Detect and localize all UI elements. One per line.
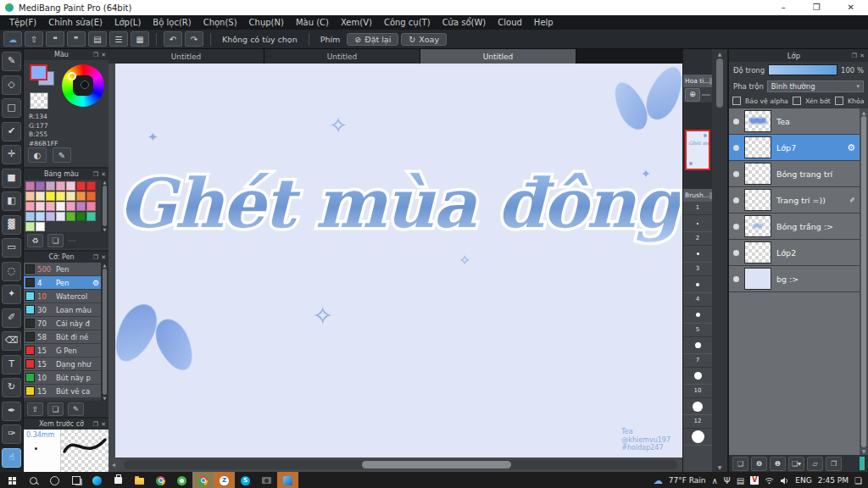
layer-row[interactable]: Trang trí =)) ✐ bbox=[729, 187, 860, 214]
comment-icon[interactable]: ❝ bbox=[46, 31, 64, 47]
layers-scrollbar[interactable]: ▲▼ bbox=[860, 108, 868, 455]
palette-color[interactable] bbox=[36, 222, 45, 231]
layer-visibility-icon[interactable] bbox=[733, 171, 739, 177]
palette-color[interactable] bbox=[76, 181, 86, 191]
brush-size-item[interactable]: 7 bbox=[683, 354, 712, 385]
restore-button[interactable]: ❐ bbox=[813, 1, 821, 14]
scrollbar-thumb[interactable] bbox=[716, 58, 723, 108]
brush-item[interactable]: 15 G Pen bbox=[24, 344, 101, 358]
scrollbar-thumb[interactable] bbox=[362, 461, 511, 469]
clock[interactable]: 2:45 PM bbox=[818, 476, 849, 485]
shape-tool[interactable]: ■ bbox=[2, 169, 21, 188]
language-indicator[interactable]: ENG bbox=[795, 476, 811, 485]
sv-marker[interactable] bbox=[81, 80, 89, 89]
palette-color[interactable] bbox=[25, 181, 35, 191]
menu-item[interactable]: Xem(V) bbox=[335, 18, 378, 27]
taskbar-search-icon[interactable] bbox=[23, 472, 44, 488]
palette-color[interactable] bbox=[66, 212, 75, 221]
document-tab[interactable]: Untitled bbox=[264, 49, 420, 64]
menu-item[interactable]: Cửa sổ(W) bbox=[437, 18, 492, 27]
taskbar-cortana-icon[interactable] bbox=[44, 472, 65, 488]
taskbar-photos-icon[interactable] bbox=[277, 472, 298, 488]
palette-color[interactable] bbox=[36, 202, 45, 211]
panel-list-icon[interactable]: ☰ bbox=[109, 31, 128, 47]
close-icon[interactable]: ✕ bbox=[101, 254, 106, 261]
brush-item[interactable]: 15 Dạng như bbox=[24, 358, 101, 371]
layer-row[interactable]: Lớp2 bbox=[729, 240, 860, 266]
wifi-icon[interactable] bbox=[765, 477, 774, 485]
transform-tool[interactable]: ↻ bbox=[2, 378, 21, 397]
scrollbar-thumb[interactable] bbox=[861, 116, 866, 447]
palette-color[interactable] bbox=[56, 202, 65, 211]
brush-item[interactable]: 500 Pen bbox=[24, 263, 101, 276]
document-icon[interactable]: ▤ bbox=[88, 31, 107, 47]
edit-brush-icon[interactable]: ✎ bbox=[68, 402, 84, 416]
notification-center-icon[interactable]: ❏ bbox=[854, 476, 862, 485]
palette-mode-icon[interactable]: ◐ bbox=[28, 147, 47, 163]
palette-color[interactable] bbox=[86, 212, 96, 221]
brush-size-item[interactable]: 4 bbox=[683, 293, 712, 324]
brush-item[interactable]: 30 Loan màu bbox=[24, 303, 101, 317]
scroll-left-arrow[interactable]: ◂ bbox=[112, 460, 115, 469]
taskbar-chrome-icon[interactable] bbox=[150, 472, 171, 488]
keyboard-icon[interactable]: ▤ bbox=[737, 476, 744, 485]
popout-icon[interactable]: ❐ bbox=[852, 53, 857, 59]
tray-expand-icon[interactable]: ∧ bbox=[712, 476, 718, 485]
speaker-icon[interactable] bbox=[780, 477, 789, 485]
taskbar-chrome-active-icon[interactable] bbox=[192, 472, 214, 488]
layer-row[interactable]: Bóng trang trí bbox=[729, 161, 860, 187]
transparent-swatch[interactable] bbox=[30, 92, 48, 109]
palette-color[interactable] bbox=[46, 212, 55, 221]
lasso-tool[interactable]: ◌ bbox=[2, 262, 21, 281]
eraser-tool[interactable]: ◇ bbox=[2, 75, 21, 95]
color-wheel[interactable] bbox=[62, 64, 104, 107]
hue-marker[interactable] bbox=[68, 72, 76, 80]
curve-tool[interactable]: ✔ bbox=[2, 122, 21, 141]
weather-text[interactable]: 77°F Rain bbox=[669, 476, 706, 485]
pen-tool[interactable]: ✒ bbox=[2, 402, 21, 421]
reset-button[interactable]: ⊘ Đặt lại bbox=[347, 33, 398, 46]
new-brush-icon[interactable]: ❏ bbox=[47, 402, 64, 416]
taskbar-zalo-icon[interactable]: Z bbox=[214, 472, 235, 488]
brush-item[interactable]: 58 Bút đi né bbox=[24, 330, 101, 344]
redo-button[interactable]: ↷ bbox=[185, 31, 203, 47]
rotate-button[interactable]: ↻ Xoay bbox=[401, 33, 447, 46]
palette-color[interactable] bbox=[25, 222, 35, 231]
layer-row[interactable]: Bóng trắng :> bbox=[729, 214, 860, 240]
delete-color-icon[interactable]: ♻ bbox=[27, 234, 43, 247]
checkbox[interactable] bbox=[793, 97, 801, 105]
popout-icon[interactable]: ❐ bbox=[93, 52, 98, 58]
palette-color[interactable] bbox=[86, 191, 96, 201]
palette-color[interactable] bbox=[76, 191, 86, 201]
palette-color[interactable] bbox=[36, 212, 45, 221]
palette-color[interactable] bbox=[36, 181, 45, 191]
menu-item[interactable]: Màu (C) bbox=[290, 18, 335, 27]
taskbar-edge-icon[interactable] bbox=[86, 472, 108, 488]
brush-tool[interactable]: ✎ bbox=[2, 52, 21, 71]
select-pen-tool[interactable]: ✐ bbox=[2, 308, 21, 328]
brush-item[interactable]: 10 Watercol bbox=[24, 290, 101, 303]
palette-color[interactable] bbox=[56, 212, 65, 221]
brush-scrollbar[interactable]: ▲▼ bbox=[101, 263, 108, 401]
brush-size-item[interactable]: 2 bbox=[683, 232, 712, 263]
brush-sizes-panel-header[interactable]: Brush... bbox=[683, 189, 712, 202]
brush-item[interactable]: 4 Pen ⚙ bbox=[24, 276, 101, 290]
gradient-tool[interactable]: ▓ bbox=[2, 215, 21, 235]
move-tool[interactable]: ✛ bbox=[2, 145, 21, 164]
comment-lines-icon[interactable]: ❞ bbox=[67, 31, 86, 47]
checkbox[interactable] bbox=[732, 97, 741, 105]
menu-item[interactable]: Chụp(N) bbox=[243, 18, 290, 27]
palette-color[interactable] bbox=[25, 202, 35, 211]
text-tool[interactable]: T bbox=[2, 355, 21, 374]
palette-color[interactable] bbox=[36, 191, 45, 201]
materials-panel-header[interactable]: Hoa ti... bbox=[683, 75, 712, 87]
magic-wand-tool[interactable]: ✦ bbox=[2, 285, 21, 304]
bucket-tool[interactable]: ◧ bbox=[2, 191, 21, 211]
undo-button[interactable]: ↶ bbox=[164, 31, 182, 47]
canvas-vertical-scrollbar[interactable]: ▲ ▼ bbox=[712, 49, 727, 472]
taskbar-taskview-icon[interactable] bbox=[65, 472, 86, 488]
duplicate-layer-icon[interactable]: ❐ bbox=[826, 457, 842, 471]
document-tab[interactable]: Untitled bbox=[420, 49, 576, 64]
brush-item[interactable]: 70 Cái này đ bbox=[24, 317, 101, 330]
menu-item[interactable]: Help bbox=[528, 18, 559, 27]
